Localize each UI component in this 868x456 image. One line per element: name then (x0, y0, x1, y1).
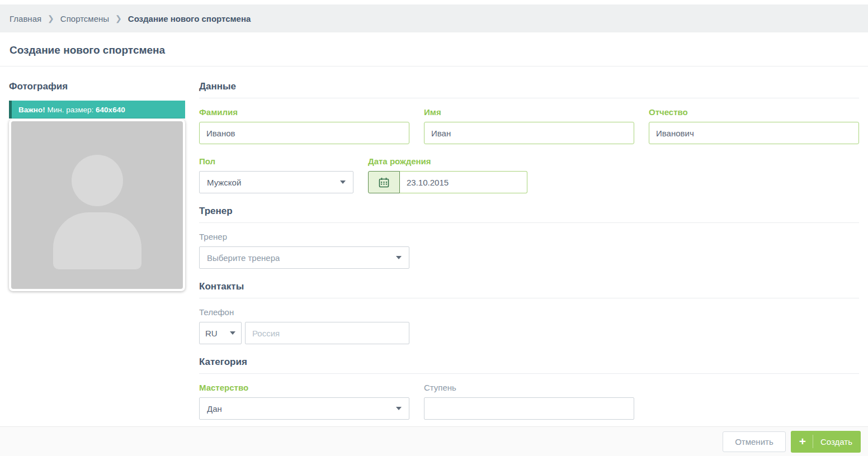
breadcrumb-item-current: Создание нового спортсмена (128, 14, 251, 23)
degree-field-group: Ступень (424, 383, 634, 420)
section-title-data: Данные (199, 81, 859, 98)
photo-placeholder (11, 121, 183, 289)
mastery-select[interactable]: Дан (199, 397, 409, 420)
form-section: Данные Фамилия Имя Отчество Пол Мужской (199, 81, 859, 432)
category-row: Мастерство Дан Ступень (199, 383, 859, 420)
trainer-row: Тренер Выберите тренера (199, 232, 859, 269)
button-divider (813, 435, 813, 448)
gender-birthdate-row: Пол Мужской Дата рождения (199, 156, 859, 193)
create-button-label: Создать (820, 437, 852, 446)
title-bar: Создание нового спортсмена (0, 32, 868, 66)
middle-name-input[interactable] (649, 122, 859, 144)
mastery-field-group: Мастерство Дан (199, 383, 409, 420)
first-name-label: Имя (424, 107, 634, 117)
phone-label: Телефон (199, 307, 409, 317)
trainer-placeholder: Выберите тренера (207, 253, 280, 263)
avatar-placeholder-icon (53, 212, 141, 269)
calendar-button[interactable] (368, 171, 400, 193)
chevron-down-icon (396, 256, 402, 259)
plus-icon: + (799, 435, 806, 447)
first-name-field-group: Имя (424, 107, 634, 144)
last-name-input[interactable] (199, 122, 409, 144)
chevron-down-icon (396, 407, 402, 410)
birthdate-group (368, 171, 527, 193)
cancel-button[interactable]: Отменить (723, 431, 786, 452)
trainer-select[interactable]: Выберите тренера (199, 246, 409, 269)
photo-upload-area[interactable] (9, 119, 185, 291)
birthdate-label: Дата рождения (368, 156, 527, 166)
birthdate-field-group: Дата рождения (368, 156, 527, 193)
mastery-selected-value: Дан (207, 404, 222, 414)
phone-country-code: RU (205, 329, 218, 338)
phone-country-select[interactable]: RU (199, 322, 242, 344)
degree-input[interactable] (424, 397, 634, 420)
phone-group: RU (199, 322, 409, 344)
phone-field-group: Телефон RU (199, 307, 409, 344)
footer-action-bar: Отменить + Создать (0, 426, 868, 456)
section-title-trainer: Тренер (199, 206, 859, 223)
trainer-field-group: Тренер Выберите тренера (199, 232, 409, 269)
breadcrumb-separator-icon: ❯ (115, 14, 122, 23)
page-title: Создание нового спортсмена (10, 44, 858, 56)
photo-size-notice: Важно! Мин. размер: 640x640 (9, 101, 185, 118)
notice-important-text: Важно! (18, 106, 45, 114)
gender-select[interactable]: Мужской (199, 171, 353, 193)
middle-name-label: Отчество (649, 107, 859, 117)
name-fields-row: Фамилия Имя Отчество (199, 107, 859, 144)
notice-size-value: 640x640 (96, 106, 125, 114)
last-name-label: Фамилия (199, 107, 409, 117)
phone-input[interactable] (245, 322, 409, 344)
breadcrumb-item-home[interactable]: Главная (10, 14, 41, 23)
trainer-label: Тренер (199, 232, 409, 241)
section-title-contacts: Контакты (199, 281, 859, 298)
breadcrumb-separator-icon: ❯ (48, 14, 54, 23)
phone-row: Телефон RU (199, 307, 859, 344)
last-name-field-group: Фамилия (199, 107, 409, 144)
middle-name-field-group: Отчество (649, 107, 859, 144)
content: Фотография Важно! Мин. размер: 640x640 Д… (0, 66, 868, 432)
photo-section: Фотография Важно! Мин. размер: 640x640 (9, 81, 185, 432)
degree-label: Ступень (424, 383, 634, 392)
gender-selected-value: Мужской (207, 178, 241, 187)
section-title-category: Категория (199, 357, 859, 374)
gender-label: Пол (199, 156, 353, 166)
photo-section-title: Фотография (9, 81, 185, 92)
notice-text: Мин. размер: (45, 106, 96, 114)
breadcrumb: Главная ❯ Спортсмены ❯ Создание нового с… (0, 4, 868, 32)
chevron-down-icon (230, 331, 235, 335)
breadcrumb-item-athletes[interactable]: Спортсмены (60, 14, 109, 23)
first-name-input[interactable] (424, 122, 634, 144)
calendar-icon (379, 177, 389, 188)
create-button[interactable]: + Создать (791, 431, 861, 453)
avatar-placeholder-icon (72, 155, 123, 206)
chevron-down-icon (340, 180, 346, 184)
gender-field-group: Пол Мужской (199, 156, 353, 193)
mastery-label: Мастерство (199, 383, 409, 392)
birthdate-input[interactable] (400, 171, 527, 193)
